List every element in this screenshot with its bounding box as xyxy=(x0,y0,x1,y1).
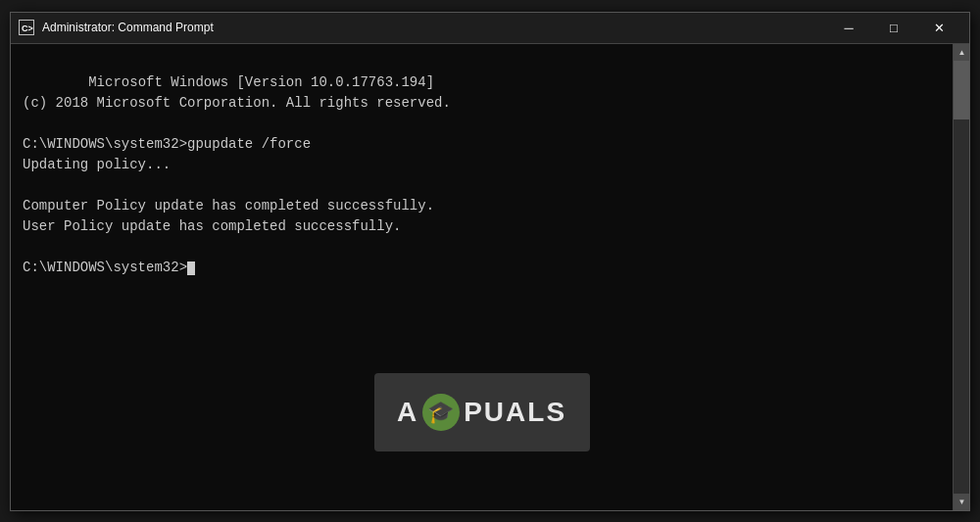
console-line-7: Computer Policy update has completed suc… xyxy=(23,198,434,214)
watermark-text: A PUALS xyxy=(397,394,566,431)
console-line-8: User Policy update has completed success… xyxy=(23,218,401,234)
maximize-button[interactable]: □ xyxy=(871,12,916,43)
window-controls: ─ □ ✕ xyxy=(826,12,961,43)
scrollbar-thumb[interactable] xyxy=(954,61,969,119)
minimize-button[interactable]: ─ xyxy=(826,12,871,43)
watermark-puals: PUALS xyxy=(464,397,566,428)
cmd-icon: C> xyxy=(19,20,34,35)
close-button[interactable]: ✕ xyxy=(916,12,961,43)
scrollbar-track[interactable] xyxy=(954,61,969,494)
console-line-2: (c) 2018 Microsoft Corporation. All righ… xyxy=(23,95,451,111)
console-line-4: C:\WINDOWS\system32>gpupdate /force xyxy=(23,136,311,152)
console-output: Microsoft Windows [Version 10.0.17763.19… xyxy=(23,52,941,299)
svg-text:C>: C> xyxy=(22,24,33,33)
watermark-a: A xyxy=(397,397,418,428)
title-bar: C> Administrator: Command Prompt ─ □ ✕ xyxy=(11,13,969,44)
cursor xyxy=(187,261,195,275)
console-area[interactable]: Microsoft Windows [Version 10.0.17763.19… xyxy=(11,44,953,510)
cmd-window: C> Administrator: Command Prompt ─ □ ✕ M… xyxy=(10,12,970,511)
console-line-5: Updating policy... xyxy=(23,157,171,172)
watermark-icon xyxy=(422,394,460,431)
console-line-1: Microsoft Windows [Version 10.0.17763.19… xyxy=(88,74,434,90)
scroll-down-arrow[interactable]: ▼ xyxy=(954,494,969,510)
window-body: Microsoft Windows [Version 10.0.17763.19… xyxy=(11,44,969,510)
watermark: A PUALS xyxy=(374,373,590,451)
console-prompt: C:\WINDOWS\system32> xyxy=(23,260,187,275)
window-title: Administrator: Command Prompt xyxy=(42,21,826,34)
scrollbar[interactable]: ▲ ▼ xyxy=(953,44,969,510)
scroll-up-arrow[interactable]: ▲ xyxy=(954,44,969,61)
